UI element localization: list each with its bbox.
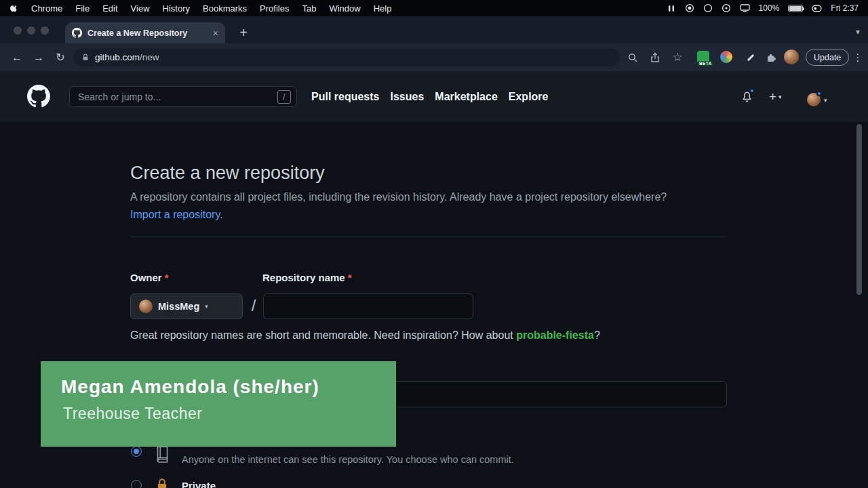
- nav-explore[interactable]: Explore: [509, 91, 549, 103]
- control-center-icon[interactable]: [812, 5, 822, 12]
- page-title: Create a new repository: [130, 163, 325, 184]
- plus-icon: +: [769, 89, 776, 104]
- menubar-item-help[interactable]: Help: [374, 3, 392, 14]
- beta-badge: BETA: [698, 61, 713, 66]
- record-indicator-icon[interactable]: [685, 3, 694, 13]
- menubar-item-file[interactable]: File: [75, 3, 90, 14]
- update-button[interactable]: Update: [806, 49, 849, 66]
- repository-name-input[interactable]: [263, 293, 473, 319]
- tab-search-chevron-icon[interactable]: ▾: [856, 27, 860, 37]
- menubar-item-window[interactable]: Window: [329, 3, 360, 14]
- notifications-bell-icon[interactable]: [741, 91, 753, 102]
- private-radio[interactable]: [131, 480, 142, 488]
- intro-text: A repository contains all project files,…: [130, 188, 696, 224]
- public-radio[interactable]: [131, 446, 142, 457]
- github-logo[interactable]: [27, 85, 50, 108]
- public-description: Anyone on the internet can see this repo…: [182, 454, 514, 465]
- chevron-down-icon: ▾: [778, 94, 782, 100]
- name-hint: Great repository names are short and mem…: [130, 329, 600, 342]
- menubar-item-tab[interactable]: Tab: [302, 3, 316, 14]
- apple-menu-icon[interactable]: [9, 3, 18, 14]
- nav-pull-requests[interactable]: Pull requests: [311, 91, 379, 103]
- camera-icon[interactable]: [722, 3, 731, 13]
- window-zoom-button[interactable]: [41, 26, 49, 35]
- owner-name: MissMeg: [158, 301, 199, 312]
- avatar-notification-dot: [816, 91, 822, 96]
- extensions-puzzle-icon[interactable]: [764, 43, 778, 71]
- owner-label: Owner*: [130, 272, 169, 283]
- owner-dropdown[interactable]: MissMeg ▾: [130, 293, 243, 319]
- browser-tab[interactable]: Create a New Repository ×: [65, 22, 225, 43]
- github-avatar[interactable]: [807, 93, 821, 106]
- github-search[interactable]: /: [69, 86, 297, 107]
- divider: [130, 237, 727, 237]
- scrollbar-thumb[interactable]: [856, 124, 862, 295]
- create-new-menu[interactable]: + ▾: [769, 71, 782, 122]
- required-asterisk: *: [165, 272, 169, 283]
- battery-icon: [788, 5, 803, 12]
- status-circle-icon[interactable]: [703, 3, 713, 13]
- url-text: github.com/new: [95, 52, 159, 62]
- forward-button[interactable]: →: [30, 43, 47, 71]
- repo-book-icon: [153, 445, 171, 465]
- window-close-button[interactable]: [14, 26, 22, 35]
- new-tab-button[interactable]: +: [233, 22, 254, 43]
- browser-profile-avatar[interactable]: [784, 49, 799, 64]
- url-path: /new: [140, 52, 159, 62]
- avatar-chevron-icon[interactable]: ▾: [824, 97, 827, 104]
- import-repository-link[interactable]: Import a repository.: [130, 209, 223, 220]
- window-controls: [14, 26, 49, 35]
- extension-color-icon[interactable]: [720, 51, 732, 63]
- site-lock-icon[interactable]: [81, 53, 90, 62]
- presenter-role: Treehouse Teacher: [63, 405, 202, 423]
- tab-strip: Create a New Repository × + ▾: [0, 16, 868, 43]
- zoom-icon[interactable]: [625, 43, 640, 71]
- intro-sentence: A repository contains all project files,…: [130, 191, 667, 203]
- tab-title: Create a New Repository: [87, 28, 208, 38]
- extension-pencil-icon[interactable]: [743, 43, 758, 71]
- back-button[interactable]: ←: [8, 43, 26, 71]
- menubar-item-profiles[interactable]: Profiles: [260, 3, 289, 14]
- search-input[interactable]: [78, 92, 277, 102]
- private-label: Private: [182, 480, 216, 488]
- repository-name-label: Repository name*: [262, 272, 352, 283]
- address-bar[interactable]: github.com/new: [73, 48, 620, 66]
- battery-percent: 100%: [759, 3, 780, 13]
- menubar-item-edit[interactable]: Edit: [102, 3, 117, 14]
- menubar-item-view[interactable]: View: [131, 3, 150, 14]
- private-lock-icon: [155, 477, 170, 488]
- github-favicon: [72, 28, 82, 38]
- menubar-app-name[interactable]: Chrome: [31, 3, 62, 14]
- menubar-clock[interactable]: Fri 2:37: [831, 3, 859, 13]
- nav-marketplace[interactable]: Marketplace: [435, 91, 498, 103]
- menubar-status-area: 100% Fri 2:37: [667, 3, 859, 13]
- window-minimize-button[interactable]: [27, 26, 35, 35]
- url-host: github.com: [95, 52, 140, 62]
- github-nav: Pull requests Issues Marketplace Explore: [311, 71, 548, 122]
- menubar-item-bookmarks[interactable]: Bookmarks: [203, 3, 247, 14]
- reload-button[interactable]: ↻: [52, 43, 69, 71]
- capture-icon[interactable]: [667, 4, 676, 13]
- menubar-item-history[interactable]: History: [163, 3, 190, 14]
- github-header: / Pull requests Issues Marketplace Explo…: [0, 71, 868, 122]
- presenter-overlay: Megan Amendola (she/her) Treehouse Teach…: [41, 361, 396, 447]
- browser-menu-icon[interactable]: ⋮: [852, 43, 864, 71]
- browser-toolbar: ← → ↻ github.com/new ☆ BETA Update ⋮: [0, 43, 868, 71]
- bookmark-star-icon[interactable]: ☆: [670, 43, 685, 71]
- macos-menubar: Chrome File Edit View History Bookmarks …: [0, 0, 868, 16]
- chevron-down-icon: ▾: [205, 303, 208, 310]
- display-icon[interactable]: [740, 4, 750, 12]
- extension-beta-icon[interactable]: BETA: [697, 51, 709, 63]
- share-icon[interactable]: [648, 43, 663, 71]
- screen: Chrome File Edit View History Bookmarks …: [0, 0, 868, 488]
- presenter-name: Megan Amendola (she/her): [61, 376, 319, 398]
- owner-avatar: [139, 300, 153, 313]
- notification-dot: [749, 88, 755, 94]
- suggested-name-link[interactable]: probable-fiesta: [516, 329, 594, 341]
- nav-issues[interactable]: Issues: [390, 91, 424, 103]
- required-asterisk: *: [348, 272, 352, 283]
- owner-repo-separator: /: [245, 296, 262, 315]
- search-slash-hint: /: [277, 90, 291, 104]
- tab-close-icon[interactable]: ×: [213, 28, 218, 38]
